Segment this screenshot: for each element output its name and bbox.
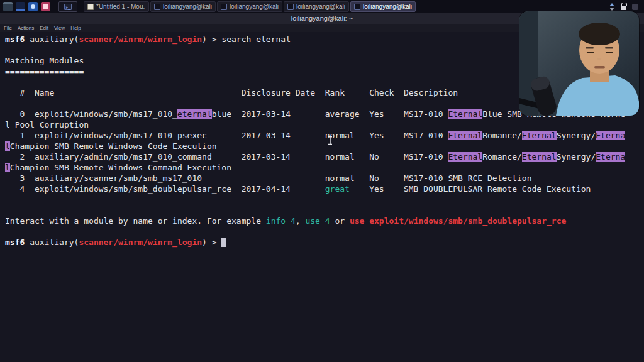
- window-title: loiliangyang@kali: ~: [291, 14, 353, 22]
- taskbar-window-terminal-2[interactable]: loiliangyang@kali...: [217, 1, 282, 12]
- terminal-icon: [154, 4, 160, 10]
- terminal-line: [5, 226, 644, 237]
- lock-icon[interactable]: [621, 6, 626, 10]
- taskbar-launchers: >_: [3, 1, 77, 12]
- taskbar-window-mousepad[interactable]: *Untitled 1 - Mou...: [84, 1, 149, 12]
- launcher-icon-1[interactable]: [3, 2, 13, 11]
- window-button-label: *Untitled 1 - Mou...: [96, 3, 145, 10]
- person-eye-right: [606, 52, 613, 53]
- tray-misc-icon[interactable]: [632, 4, 638, 10]
- person-mouth: [594, 66, 605, 69]
- system-tray: [609, 3, 641, 11]
- terminal-line: 1 exploit/windows/smb/ms17_010_psexec 20…: [5, 130, 644, 141]
- person-hair: [579, 23, 620, 45]
- terminal-launcher-icon[interactable]: >_: [58, 1, 77, 12]
- webcam-video: [519, 11, 639, 116]
- terminal-line: 3 auxiliary/scanner/smb/smb_ms17_010 nor…: [5, 173, 644, 184]
- text-cursor-pointer: [327, 136, 333, 145]
- mousepad-icon: [87, 4, 94, 10]
- menu-help[interactable]: Help: [70, 25, 80, 31]
- menu-actions[interactable]: Actions: [18, 25, 34, 31]
- menu-file[interactable]: File: [4, 25, 12, 31]
- person-eye-left: [587, 52, 594, 53]
- launcher-icon-2[interactable]: [16, 2, 25, 11]
- terminal-line: msf6 auxiliary(scanner/winrm/winrm_login…: [5, 237, 644, 248]
- taskbar-window-terminal-1[interactable]: loiliangyang@kali...: [150, 1, 216, 12]
- terminal-line: l Pool Corruption: [5, 119, 644, 130]
- terminal-line: lChampion SMB Remote Windows Code Execut…: [5, 141, 644, 151]
- terminal-line: [5, 194, 644, 205]
- taskbar-window-list: *Untitled 1 - Mou... loiliangyang@kali..…: [84, 1, 416, 12]
- terminal-icon: >_: [64, 4, 72, 10]
- taskbar-window-terminal-4-active[interactable]: loiliangyang@kali...: [350, 1, 416, 12]
- network-icon[interactable]: [609, 3, 615, 11]
- window-button-label: loiliangyang@kali...: [163, 3, 212, 10]
- window-button-label: loiliangyang@kali...: [230, 3, 279, 10]
- terminal-line: lChampion SMB Remote Windows Command Exe…: [5, 162, 644, 173]
- window-button-label: loiliangyang@kali...: [296, 3, 345, 10]
- taskbar-window-terminal-3[interactable]: loiliangyang@kali...: [284, 1, 349, 12]
- terminal-line: [5, 205, 644, 216]
- launcher-icon-3[interactable]: [28, 2, 38, 11]
- terminal-icon: [287, 4, 294, 10]
- terminal-line: 2 auxiliary/admin/smb/ms17_010_command 2…: [5, 151, 644, 162]
- terminal-line: 4 exploit/windows/smb/smb_doublepulsar_r…: [5, 184, 644, 194]
- launcher-icon-4[interactable]: [41, 2, 50, 11]
- menu-view[interactable]: View: [54, 25, 65, 31]
- terminal-icon: [221, 4, 227, 10]
- window-button-label: loiliangyang@kali...: [363, 3, 412, 10]
- terminal-line: Interact with a module by name or index.…: [5, 216, 644, 226]
- terminal-icon: [354, 4, 360, 10]
- menu-edit[interactable]: Edit: [40, 25, 48, 31]
- webcam-overlay: [519, 11, 639, 116]
